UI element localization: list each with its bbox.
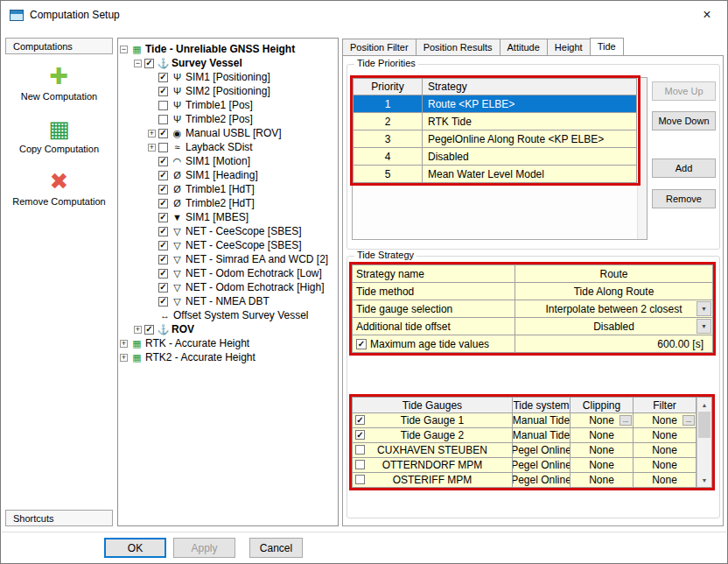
tree-checkbox[interactable]: ✓ [158, 157, 168, 166]
new-computation-button[interactable]: ✚New Computation [5, 65, 113, 102]
expander-icon[interactable]: − [134, 60, 142, 67]
gauge-row[interactable]: ✓Tide Gauge 1Manual TideNone...None... [353, 413, 696, 428]
tree-item[interactable]: ✓ØSIM1 [Heading] [118, 168, 338, 182]
tree-checkbox[interactable]: ✓ [158, 297, 168, 307]
tree-item[interactable]: +✓⚓ROV [118, 322, 338, 336]
gauge-checkbox[interactable]: ✓ [355, 430, 365, 440]
shortcuts-header[interactable]: Shortcuts [5, 510, 113, 526]
tree-item[interactable]: ✓ΨSIM1 [Positioning] [118, 70, 338, 84]
tree-checkbox[interactable]: ✓ [158, 73, 168, 82]
tree-item[interactable]: +≈Layback SDist [118, 140, 338, 154]
add-button[interactable]: Add [652, 159, 716, 178]
tree-checkbox[interactable]: ✓ [158, 283, 168, 293]
tree-item[interactable]: ✓◠SIM1 [Motion] [118, 154, 338, 168]
cancel-button[interactable]: Cancel [249, 538, 303, 558]
tree-checkbox[interactable]: ✓ [158, 241, 168, 250]
gauge-name-cell: ✓Tide Gauge 2 [353, 428, 513, 443]
tree-item-label: NET - Simrad EA and WCD [2] [186, 253, 328, 265]
tree-checkbox[interactable] [158, 143, 168, 152]
strategy-value-cell[interactable]: Disabled▼ [515, 318, 713, 335]
tree-checkbox[interactable]: ✓ [158, 199, 168, 208]
gauge-row[interactable]: OSTERIFF MPMPegel OnlineNoneNone [353, 473, 696, 487]
gauge-checkbox[interactable]: ✓ [355, 415, 365, 425]
tree-item[interactable]: −✓⚓Survey Vessel [118, 56, 338, 70]
tree-item[interactable]: ΨTrimble2 [Pos] [118, 112, 338, 126]
tab-position-results[interactable]: Position Results [416, 39, 500, 55]
strategy-cell: PegelOnline Along Route <KP ELBE> [423, 130, 637, 148]
copy-computation-button[interactable]: ▦Copy Computation [5, 117, 113, 154]
tree-item[interactable]: ✓ØTrimble2 [HdT] [118, 196, 338, 210]
tree-item[interactable]: ✓▽NET - CeeScope [SBES] [118, 224, 338, 238]
action-label: New Computation [21, 91, 97, 102]
gauge-checkbox[interactable] [355, 445, 365, 455]
expander-icon[interactable]: + [148, 144, 156, 152]
tree-item[interactable]: ✓▽NET - Odom Echotrack [Low] [118, 266, 338, 280]
gauge-row[interactable]: ✓Tide Gauge 2Manual TideNoneNone [353, 428, 696, 443]
gauge-scrollbar[interactable]: ▲ ▼ [696, 398, 711, 487]
ok-button[interactable]: OK [104, 538, 166, 558]
gauge-row[interactable]: CUXHAVEN STEUBENPegel OnlineNoneNone [353, 443, 696, 458]
tree-checkbox[interactable]: ✓ [158, 185, 168, 194]
tree-item[interactable]: ΨTrimble1 [Pos] [118, 98, 338, 112]
tree-item[interactable]: −▦Tide - Unreliable GNSS Height [118, 42, 338, 56]
scroll-down-button[interactable]: ▼ [697, 473, 711, 487]
tree-item[interactable]: ✓▼SIM1 [MBES] [118, 210, 338, 224]
tree-item[interactable]: ↔Offset System Survey Vessel [118, 308, 338, 322]
tree-item[interactable]: ✓▽NET - NMEA DBT [118, 294, 338, 308]
strategy-label: Additional tide offset [356, 321, 451, 333]
tree-checkbox[interactable]: ✓ [158, 171, 168, 180]
tide-gauges-table-wrap: Tide GaugesTide systemClippingFilter✓Tid… [352, 397, 712, 488]
close-button[interactable]: × [687, 1, 727, 28]
tree-checkbox[interactable]: ✓ [158, 87, 168, 96]
tree-item[interactable]: ✓▽NET - Simrad EA and WCD [2] [118, 252, 338, 266]
scrollbar-thumb[interactable] [698, 412, 710, 438]
tree-checkbox[interactable] [158, 115, 168, 124]
expander-icon[interactable]: + [148, 130, 156, 137]
filter-more-button[interactable]: ... [682, 415, 695, 426]
tree-checkbox[interactable]: ✓ [158, 269, 168, 278]
tree-checkbox[interactable]: ✓ [158, 129, 168, 138]
tree-item[interactable]: ✓▽NET - Odom Echotrack [High] [118, 280, 338, 294]
priority-row[interactable]: 3PegelOnline Along Route <KP ELBE> [353, 130, 638, 148]
remove-button[interactable]: Remove [652, 189, 716, 208]
remove-computation-button[interactable]: ✖Remove Computation [5, 170, 113, 207]
scroll-up-button[interactable]: ▲ [697, 398, 711, 412]
tree-checkbox[interactable]: ✓ [144, 59, 154, 68]
tree-item[interactable]: ✓▽NET - CeeScope [SBES] [118, 238, 338, 252]
priorities-scrollbar[interactable] [637, 78, 647, 239]
tree-item-label: NET - CeeScope [SBES] [186, 239, 302, 251]
gauge-name-cell: OTTERNDORF MPM [353, 458, 513, 473]
computations-header[interactable]: Computations [5, 38, 113, 54]
gauge-checkbox[interactable] [355, 475, 365, 484]
tab-attitude[interactable]: Attitude [500, 39, 548, 55]
tree-checkbox[interactable]: ✓ [158, 255, 168, 264]
tree-checkbox[interactable] [158, 101, 168, 110]
tree-item[interactable]: ✓ΨSIM2 [Positioning] [118, 84, 338, 98]
dropdown-button[interactable]: ▼ [696, 319, 711, 334]
dropdown-button[interactable]: ▼ [696, 301, 711, 316]
tree-item[interactable]: +▦RTK2 - Accurate Height [118, 350, 338, 364]
expander-icon[interactable]: + [120, 340, 128, 348]
tree-item[interactable]: +✓◉Manual USBL [ROV] [118, 126, 338, 140]
clipping-more-button[interactable]: ... [620, 415, 632, 426]
move-down-button[interactable]: Move Down [652, 111, 716, 130]
tree-item[interactable]: ✓ØTrimble1 [HdT] [118, 182, 338, 196]
gauge-row[interactable]: OTTERNDORF MPMPegel OnlineNoneNone [353, 458, 696, 473]
priority-row[interactable]: 5Mean Water Level Model [353, 166, 638, 183]
expander-icon[interactable]: − [120, 46, 128, 53]
expander-icon[interactable]: + [120, 354, 128, 362]
strategy-value-cell[interactable]: Interpolate between 2 closest▼ [515, 300, 713, 318]
tree-checkbox[interactable]: ✓ [158, 227, 168, 236]
max-age-checkbox[interactable]: ✓ [356, 339, 367, 349]
tab-position-filter[interactable]: Position Filter [342, 39, 416, 55]
priority-row[interactable]: 1Route <KP ELBE> [353, 95, 638, 113]
gauge-checkbox[interactable] [355, 460, 365, 469]
tab-tide[interactable]: Tide [590, 38, 624, 55]
tree-item[interactable]: +▦RTK - Accurate Height [118, 336, 338, 350]
tab-height[interactable]: Height [547, 39, 591, 55]
tree-checkbox[interactable]: ✓ [144, 325, 154, 335]
priority-row[interactable]: 4Disabled [353, 148, 638, 166]
expander-icon[interactable]: + [134, 326, 142, 334]
tree-checkbox[interactable]: ✓ [158, 213, 168, 222]
priority-row[interactable]: 2RTK Tide [353, 113, 638, 130]
